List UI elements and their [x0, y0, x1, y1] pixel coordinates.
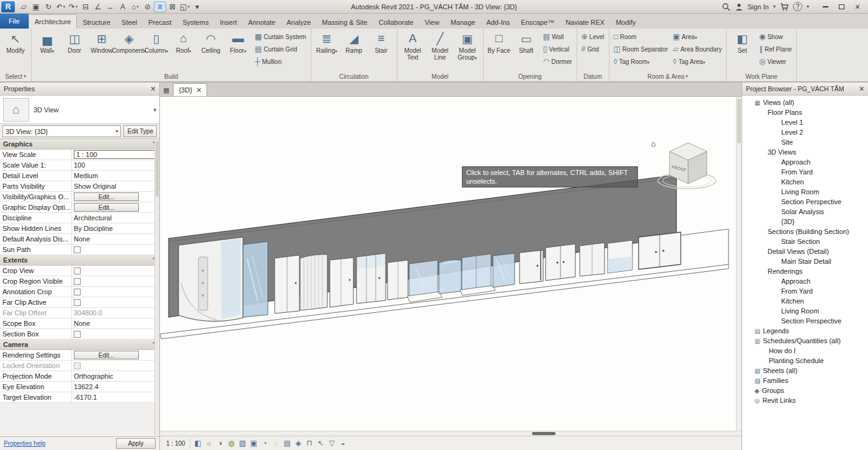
ribbon-button[interactable]: # Grid	[579, 43, 607, 55]
panel-label-work-plane[interactable]: Work Plane	[727, 71, 796, 81]
panel-label-circulation[interactable]: Circulation	[311, 71, 397, 81]
project-browser-close-icon[interactable]	[859, 84, 864, 94]
property-row[interactable]: Far Clip Offset 304800.0	[0, 308, 159, 318]
ribbon-tab[interactable]: Architecture	[29, 14, 78, 29]
view-control-icon[interactable]: ◔	[260, 438, 270, 449]
tree-item[interactable]: ▦ Views (all)	[742, 97, 868, 107]
ribbon-button[interactable]: ◫ Door	[61, 29, 88, 69]
property-value[interactable]	[72, 297, 159, 307]
horizontal-scrollbar[interactable]	[160, 431, 742, 436]
tree-item[interactable]: Section Perspective	[742, 197, 868, 207]
ribbon-tab[interactable]: Precast	[143, 16, 177, 29]
ribbon-tab[interactable]: Modify	[610, 16, 641, 29]
qat-icon[interactable]: ↶	[55, 1, 67, 12]
property-row[interactable]: Crop Region Visible	[0, 276, 159, 287]
horizontal-scrollbar-thumb[interactable]	[532, 432, 556, 435]
checkbox[interactable]	[74, 299, 81, 306]
property-value[interactable]: None	[72, 234, 159, 244]
ribbon-tab[interactable]: Systems	[177, 16, 214, 29]
property-value[interactable]	[72, 361, 159, 371]
qat-icon[interactable]: ◱	[179, 1, 191, 12]
shower-unit[interactable]	[439, 260, 461, 294]
view-instance-combo[interactable]: 3D View: {3D}	[2, 125, 121, 137]
view-tab-3d[interactable]: {3D}	[173, 83, 207, 96]
qat-icon[interactable]: ⊟	[79, 1, 92, 12]
help-caret-icon[interactable]: ▾	[807, 4, 809, 9]
shower-unit[interactable]	[388, 260, 408, 300]
property-row[interactable]: Far Clip Active	[0, 297, 159, 308]
properties-close-icon[interactable]	[151, 84, 156, 94]
tree-item[interactable]: Stair Section	[742, 236, 868, 246]
panel-label-datum[interactable]: Datum	[577, 71, 609, 81]
property-row[interactable]: Scale Value 1: 100	[0, 160, 159, 171]
shower-unit[interactable]	[520, 250, 543, 284]
shower-unit[interactable]	[330, 258, 353, 307]
view-control-icon[interactable]: ▧	[237, 438, 248, 449]
tree-item[interactable]: {3D}	[742, 217, 868, 227]
property-value[interactable]: None	[72, 318, 159, 328]
ribbon-button[interactable]: ≣ Railing	[313, 29, 340, 69]
tree-item[interactable]: Site	[742, 137, 868, 147]
properties-help-link[interactable]: Properties help	[4, 440, 45, 447]
property-value[interactable]: Edit...	[72, 192, 159, 202]
project-browser-header[interactable]: Project Browser - PG_VÁCH TẮM	[742, 83, 868, 96]
ribbon-button[interactable]: ▣ Model Group	[454, 29, 481, 69]
ribbon-button[interactable]: ◊ Tag Area	[670, 55, 724, 68]
property-value[interactable]	[72, 287, 159, 297]
ribbon-button[interactable]: A Model Text	[399, 29, 427, 69]
ribbon-button[interactable]: ∥ Ref Plane	[756, 43, 794, 55]
property-value[interactable]	[72, 276, 159, 286]
qat-icon[interactable]: ↔	[104, 1, 117, 12]
view-control-icon[interactable]: ▣	[249, 438, 259, 449]
property-value[interactable]: Architectural	[72, 213, 159, 223]
property-row[interactable]: Default Analysis Dis... None	[0, 234, 159, 245]
qat-icon[interactable]: ▾	[191, 1, 203, 12]
ribbon-tab[interactable]: Add-Ins	[480, 16, 515, 29]
tree-item[interactable]: Living Room	[742, 187, 868, 197]
property-value[interactable]: Edit...	[72, 350, 159, 360]
ribbon-button[interactable]: ◫ Room Separator	[611, 43, 671, 55]
cart-icon[interactable]	[780, 2, 789, 11]
qat-icon[interactable]: ▱	[17, 1, 30, 12]
property-row[interactable]: Graphic Display Opti... Edit...	[0, 202, 159, 213]
property-value[interactable]	[72, 266, 159, 276]
shower-unit[interactable]	[608, 240, 632, 273]
tree-item[interactable]: Living Room	[742, 306, 868, 316]
ribbon-button[interactable]: ▣ Area	[670, 30, 724, 43]
ribbon-tab[interactable]: Collaborate	[373, 16, 419, 29]
shower-unit[interactable]	[580, 243, 604, 276]
tree-item[interactable]: ▧ Sheets (all)	[742, 366, 868, 376]
sign-in-caret-icon[interactable]: ▾	[773, 4, 776, 9]
checkbox[interactable]	[74, 362, 81, 369]
qat-icon[interactable]: ⌂	[129, 1, 141, 12]
checkbox[interactable]	[74, 268, 81, 274]
ribbon-tab[interactable]: Manage	[445, 16, 481, 29]
property-row[interactable]: Show Hidden Lines By Discipline	[0, 223, 159, 234]
tree-item[interactable]: Section Perspective	[742, 316, 868, 326]
properties-scrollbar[interactable]	[154, 140, 159, 436]
qat-icon[interactable]: ∠	[92, 1, 104, 12]
tree-item[interactable]: 3D Views	[742, 147, 868, 157]
ribbon-button[interactable]: ▯ Vertical	[541, 43, 575, 55]
ribbon-button[interactable]: ▦ Curtain System	[252, 30, 309, 43]
restore-button[interactable]	[833, 1, 849, 12]
panel-label-opening[interactable]: Opening	[484, 71, 577, 81]
property-value[interactable]: Edit...	[72, 202, 159, 212]
tree-item[interactable]: Solar Analysis	[742, 207, 868, 217]
type-selector[interactable]: ⌂ 3D View ▾	[0, 96, 159, 124]
ribbon-button[interactable]: □ By Face	[485, 29, 513, 69]
panel-label-build[interactable]: Build	[32, 71, 311, 81]
property-row[interactable]: Eye Elevation 13622.4	[0, 382, 159, 392]
tree-item[interactable]: Sections (Building Section)	[742, 227, 868, 236]
property-row[interactable]: Section Box	[0, 329, 159, 340]
tree-item[interactable]: ◆ Groups	[742, 385, 868, 395]
property-row[interactable]: Visibility/Graphics O... Edit...	[0, 192, 159, 202]
panel-label-model[interactable]: Model	[397, 71, 483, 81]
ribbon-button[interactable]: □ Room	[611, 30, 671, 43]
property-row[interactable]: Crop View	[0, 266, 159, 276]
tree-item[interactable]: Floor Plans	[742, 107, 868, 117]
view-control-icon[interactable]: ◌	[271, 438, 281, 449]
ribbon-button[interactable]: ⌂ Roof	[170, 29, 197, 69]
ribbon-button[interactable]: ↖ Modify	[2, 29, 29, 69]
shower-unit[interactable]	[639, 232, 681, 269]
